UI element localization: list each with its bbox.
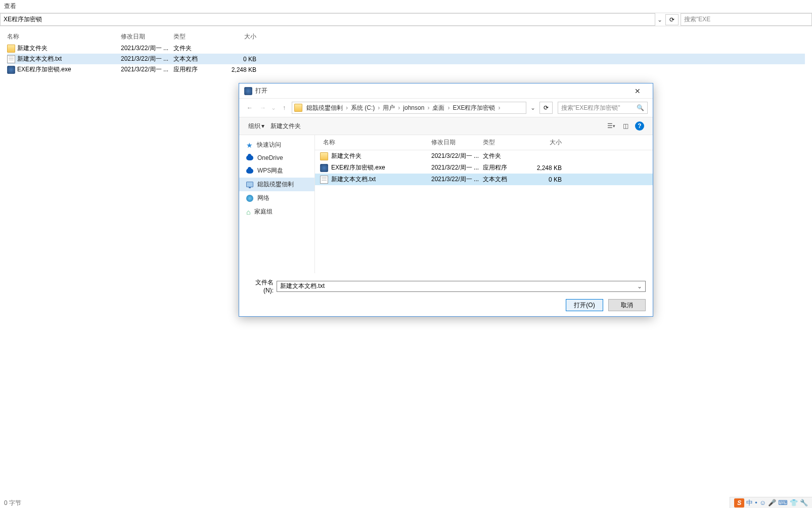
file-type: 文本文档 [483, 175, 532, 184]
back-button[interactable]: ← [244, 102, 255, 113]
file-name: 新建文件夹 [331, 152, 362, 160]
search-icon: 🔍 [637, 104, 644, 111]
sidebar-label: WPS网盘 [257, 166, 283, 175]
ime-punct-icon[interactable]: • [755, 499, 757, 506]
chevron-down-icon: ▾ [261, 122, 264, 130]
file-row[interactable]: EXE程序加密锁.exe2021/3/22/周一 ...应用程序2,248 KB [315, 162, 653, 174]
star-icon: ★ [246, 141, 253, 149]
breadcrumb-item[interactable]: 系统 (C:) [349, 104, 377, 111]
view-options-button[interactable]: ☰▾ [604, 120, 618, 132]
sidebar-item[interactable]: 鎴戠殑鐢佃剰 [239, 178, 314, 191]
file-date: 2021/3/22/周一 ... [121, 55, 173, 63]
status-bar: 0 字节 [0, 498, 812, 508]
header-date[interactable]: 修改日期 [121, 32, 173, 41]
sidebar-item[interactable]: WPS网盘 [239, 164, 314, 178]
cloud-icon [246, 168, 253, 174]
file-row[interactable]: EXE程序加密锁.exe2021/3/22/周一 ...应用程序2,248 KB [7, 64, 805, 75]
ime-mic-icon[interactable]: 🎤 [768, 499, 776, 506]
filename-input[interactable]: 新建文本文档.txt ⌄ [277, 281, 646, 292]
file-type: 文件夹 [483, 152, 532, 160]
path-field[interactable]: XE程序加密锁 [0, 13, 655, 26]
refresh-icon: ⟳ [669, 16, 674, 23]
chevron-down-icon[interactable]: ⌄ [637, 283, 642, 290]
cancel-button[interactable]: 取消 [608, 299, 646, 311]
sidebar-item[interactable]: 网络 [239, 191, 314, 205]
breadcrumb-item[interactable]: 桌面 [430, 104, 446, 111]
file-date: 2021/3/22/周一 ... [121, 65, 173, 74]
help-icon: ? [635, 121, 644, 131]
forward-button[interactable]: → [257, 102, 268, 113]
column-headers: 名称 修改日期 类型 大小 [315, 135, 653, 150]
breadcrumb-item[interactable]: 鎴戠殑鐢佃剰 [304, 104, 345, 111]
ime-toolbar[interactable]: S 中 • ☺ 🎤 ⌨ 👕 🔧 [730, 497, 812, 508]
up-button[interactable]: ↑ [279, 102, 290, 113]
file-row[interactable]: 新建文本文档.txt2021/3/22/周一 ...文本文档0 KB [315, 174, 653, 185]
sidebar-item[interactable]: ⌂家庭组 [239, 205, 314, 219]
file-size: 0 KB [221, 56, 256, 63]
header-name[interactable]: 名称 [320, 138, 431, 147]
header-size[interactable]: 大小 [532, 138, 562, 147]
sidebar-label: OneDrive [257, 154, 283, 161]
chevron-right-icon[interactable]: › [345, 104, 349, 111]
file-row[interactable]: 新建文本文档.txt2021/3/22/周一 ...文本文档0 KB [7, 54, 805, 64]
chevron-right-icon[interactable]: › [497, 104, 501, 111]
header-name[interactable]: 名称 [7, 32, 121, 41]
folder-icon [320, 152, 328, 160]
header-type[interactable]: 类型 [173, 32, 221, 41]
breadcrumb-item[interactable]: johnson [401, 104, 426, 111]
dialog-search-field[interactable]: 搜索"EXE程序加密锁" 🔍 [558, 102, 648, 114]
refresh-button[interactable]: ⟳ [665, 14, 679, 25]
open-button[interactable]: 打开(O) [566, 299, 603, 311]
organize-button[interactable]: 组织▾ [245, 121, 267, 132]
file-name: 新建文件夹 [17, 44, 48, 53]
close-button[interactable]: ✕ [627, 87, 648, 95]
header-date[interactable]: 修改日期 [431, 138, 483, 147]
sidebar-label: 快速访问 [257, 141, 281, 149]
app-icon [244, 87, 252, 95]
view-tab[interactable]: 查看 [0, 0, 812, 13]
ime-tool-icon[interactable]: 🔧 [800, 499, 808, 506]
ime-keyboard-icon[interactable]: ⌨ [778, 499, 788, 506]
file-row[interactable]: 新建文件夹2021/3/22/周一 ...文件夹 [315, 150, 653, 162]
globe-icon [246, 195, 253, 202]
header-size[interactable]: 大小 [221, 32, 256, 41]
folder-icon [7, 45, 15, 53]
help-button[interactable]: ? [633, 120, 647, 132]
breadcrumb-item[interactable]: EXE程序加密锁 [450, 104, 497, 111]
file-type: 应用程序 [173, 65, 221, 74]
file-icon [320, 176, 328, 184]
file-row[interactable]: 新建文件夹2021/3/22/周一 ...文件夹 [7, 43, 805, 54]
file-name: EXE程序加密锁.exe [17, 65, 71, 74]
preview-pane-button[interactable]: ◫ [618, 120, 633, 132]
header-type[interactable]: 类型 [483, 138, 532, 147]
status-text: 0 字节 [4, 499, 21, 507]
address-bar: XE程序加密锁 ⌄ ⟳ 搜索"EXE [0, 13, 812, 26]
refresh-icon: ⟳ [544, 104, 549, 111]
sidebar-item[interactable]: ★快速访问 [239, 138, 314, 152]
file-type: 应用程序 [483, 163, 532, 172]
new-folder-button[interactable]: 新建文件夹 [267, 121, 304, 132]
recent-dropdown-icon[interactable]: ⌄ [270, 102, 277, 113]
sidebar-item[interactable]: OneDrive [239, 152, 314, 164]
ime-lang-icon[interactable]: 中 [746, 498, 753, 507]
refresh-button[interactable]: ⟳ [539, 102, 553, 114]
file-size: 2,248 KB [532, 164, 562, 172]
dialog-footer: 文件名(N): 新建文本文档.txt ⌄ 打开(O) 取消 [239, 273, 653, 316]
file-type: 文本文档 [173, 55, 221, 63]
dialog-titlebar: 打开 ✕ [239, 83, 653, 99]
path-dropdown-icon[interactable]: ⌄ [528, 104, 537, 111]
ime-skin-icon[interactable]: 👕 [790, 499, 798, 506]
folder-icon [294, 104, 302, 112]
file-date: 2021/3/22/周一 ... [121, 44, 173, 53]
path-dropdown-icon[interactable]: ⌄ [655, 16, 664, 23]
search-field[interactable]: 搜索"EXE [681, 13, 812, 26]
ime-logo[interactable]: S [734, 498, 744, 507]
breadcrumb-bar[interactable]: 鎴戠殑鐢佃剰›系统 (C:)›用户›johnson›桌面›EXE程序加密锁› [292, 102, 526, 114]
breadcrumb-item[interactable]: 用户 [381, 104, 397, 111]
ime-face-icon[interactable]: ☺ [759, 499, 766, 506]
cloud-icon [246, 155, 253, 160]
file-type: 文件夹 [173, 44, 221, 53]
sidebar-label: 网络 [257, 194, 269, 202]
file-date: 2021/3/22/周一 ... [431, 175, 483, 184]
search-placeholder: 搜索"EXE程序加密锁" [561, 104, 637, 112]
